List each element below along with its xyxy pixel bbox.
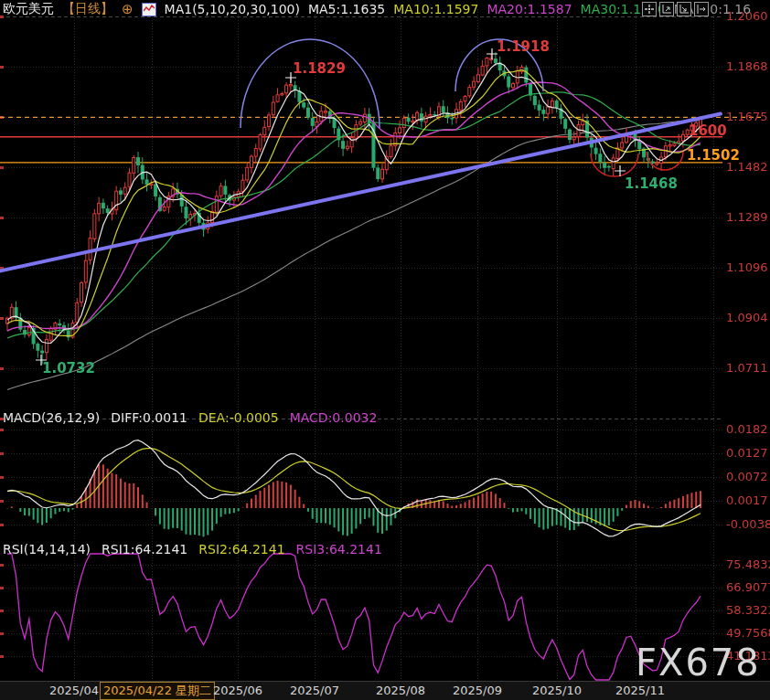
ma20-value: MA20:1.1587 [487, 2, 572, 16]
rsi-axis-tick: 66.9077 [726, 580, 770, 594]
time-axis-label: 2025/11 [615, 684, 665, 697]
price-annotation: 1.1829 [293, 60, 346, 77]
time-axis-label: 2025/08 [376, 684, 425, 697]
time-axis-label: 2025/07 [290, 684, 339, 697]
rsi2-value: RSI2:64.2141 [198, 542, 284, 557]
mini-chart-glyph [144, 5, 155, 14]
macd-axis-tick: 0.0072 [726, 470, 768, 483]
rsi3-value: RSI3:64.2141 [296, 542, 382, 557]
macd-dea-value: DEA:-0.0005 [198, 410, 279, 425]
macd-panel-header: MACD(26,12,9) DIFF:0.0011 DEA:-0.0005 MA… [3, 410, 377, 425]
scale-x-axis-icon[interactable] [677, 2, 691, 16]
price-annotation: 1.1502 [687, 147, 740, 164]
ma-settings-label: MA1(5,10,20,30,100) [165, 2, 300, 16]
mini-chart-icon[interactable] [142, 3, 156, 16]
timeframe-label[interactable]: 【日线】 [62, 1, 113, 17]
time-axis-label: 2025/10 [532, 684, 582, 697]
price-axis-tick: 1.1289 [726, 210, 768, 224]
price-axis-tick: 1.1096 [726, 260, 768, 274]
price-axis-tick: 1.0904 [726, 311, 768, 324]
macd-title: MACD(26,12,9) [3, 410, 100, 425]
symbol-title: 欧元美元 [3, 1, 54, 17]
watermark: FX678 [636, 642, 761, 684]
scale-y-axis-icon[interactable] [659, 2, 674, 16]
price-axis-tick: 1.1675 [726, 110, 768, 123]
chart-header: 欧元美元 【日线】 ⊕ MA1(5,10,20,30,100) MA5:1.16… [3, 1, 751, 17]
pan-right-icon[interactable] [694, 2, 709, 16]
time-axis-label[interactable]: 2025/04/22 星期二 [100, 682, 215, 700]
rsi1-value: RSI1:64.2141 [102, 542, 187, 557]
rsi-panel-header: RSI(14,14,14) RSI1:64.2141 RSI2:64.2141 … [3, 542, 382, 557]
price-annotation: 1.1918 [497, 38, 550, 55]
chart-toolbar [642, 2, 709, 16]
rsi-title: RSI(14,14,14) [3, 542, 91, 557]
time-axis-label: 2025/04 [49, 684, 99, 697]
ma10-value: MA10:1.1597 [393, 2, 478, 16]
price-axis-tick: 1.0711 [726, 361, 768, 375]
rsi-axis-tick: 75.4832 [726, 557, 770, 571]
chart-canvas[interactable] [0, 0, 770, 700]
rsi-axis-tick: 58.3323 [726, 603, 770, 617]
price-annotation: 1.0732 [42, 360, 95, 377]
macd-diff-value: DIFF:0.0011 [111, 410, 187, 425]
macd-macd-value: MACD:0.0032 [290, 410, 378, 425]
macd-axis-tick: 0.0182 [726, 422, 768, 436]
price-annotation: 1.1468 [625, 175, 678, 192]
time-axis-label: 2025/06 [213, 684, 262, 697]
ma5-value: MA5:1.1635 [308, 2, 385, 16]
macd-axis-tick: -0.0038 [726, 517, 770, 531]
rsi-axis-tick: 49.7568 [726, 626, 770, 640]
price-axis-tick: 1.1868 [726, 59, 768, 73]
crosshair-icon[interactable] [642, 2, 657, 16]
macd-axis-tick: 0.0127 [726, 446, 768, 460]
time-axis-label: 2025/09 [453, 684, 502, 697]
macd-axis-tick: 0.0017 [726, 493, 768, 507]
trading-chart-window: 欧元美元 【日线】 ⊕ MA1(5,10,20,30,100) MA5:1.16… [0, 0, 770, 700]
add-indicator-icon[interactable]: ⊕ [122, 1, 134, 17]
price-annotation: 1600 [689, 122, 727, 139]
